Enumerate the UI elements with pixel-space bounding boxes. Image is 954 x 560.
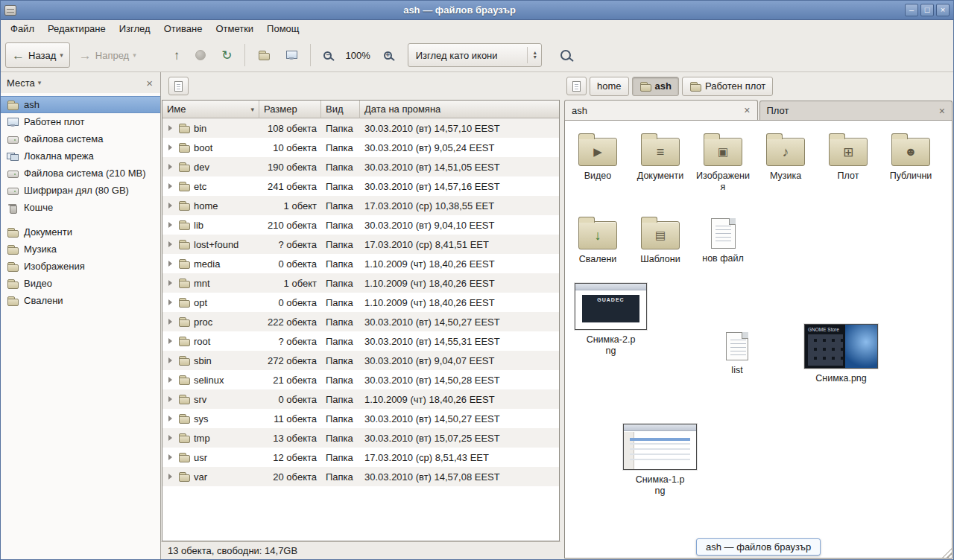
expander-icon[interactable] <box>168 261 172 267</box>
breadcrumb-home[interactable]: home <box>590 77 629 96</box>
up-button[interactable]: ↑ <box>167 42 187 68</box>
tab-close-icon[interactable]: × <box>937 106 947 116</box>
icon-view-item[interactable]: Публични <box>879 130 942 193</box>
tab-close-icon[interactable]: × <box>742 105 752 115</box>
location-toggle-button[interactable] <box>566 77 587 95</box>
window-tooltip: ash — файлов браузър <box>696 538 821 556</box>
icon-view-item[interactable]: нов файл <box>692 214 754 265</box>
minimize-button[interactable]: – <box>905 4 918 16</box>
file-list[interactable]: list <box>726 332 748 376</box>
menu-item[interactable]: Отметки <box>209 20 260 39</box>
expander-icon[interactable] <box>168 183 172 189</box>
icon-view-item[interactable]: Документи <box>629 130 692 193</box>
menu-item[interactable]: Файл <box>4 20 41 39</box>
table-row[interactable]: mnt 1 обект Папка 1.10.2009 (чт) 18,40,2… <box>162 273 559 293</box>
table-row[interactable]: sbin 272 обекта Папка 30.03.2010 (вт) 9,… <box>162 351 559 370</box>
expander-icon[interactable] <box>168 319 172 325</box>
sidebar-item[interactable]: Изображения <box>1 258 160 275</box>
table-row[interactable]: root ? обекта Папка 30.03.2010 (вт) 14,5… <box>162 331 559 351</box>
forward-button[interactable]: → Напред ▾ <box>72 42 143 68</box>
expander-icon[interactable] <box>168 396 172 402</box>
sidebar-item[interactable]: Шифриран дял (80 GB) <box>1 182 160 199</box>
sidebar-close-icon[interactable]: × <box>145 77 154 89</box>
icon-view-item[interactable]: Шаблони <box>629 214 692 265</box>
column-header-date[interactable]: Дата на промяна <box>360 101 559 118</box>
sidebar-item[interactable]: Файлова система (210 MB) <box>1 165 160 182</box>
sidebar-dropdown-icon[interactable]: ▾ <box>38 79 42 86</box>
expander-icon[interactable] <box>168 454 172 460</box>
maximize-button[interactable]: □ <box>920 4 934 16</box>
breadcrumb-desktop[interactable]: Работен плот <box>682 77 773 96</box>
expander-icon[interactable] <box>168 474 172 480</box>
breadcrumb-ash[interactable]: ash <box>632 77 679 96</box>
expander-icon[interactable] <box>168 338 172 344</box>
file-snimka1[interactable]: Снимка-1.png <box>623 424 697 497</box>
expander-icon[interactable] <box>168 241 172 247</box>
sidebar-item[interactable]: Документи <box>1 223 160 241</box>
location-toggle-button[interactable] <box>168 77 189 95</box>
sidebar-item[interactable]: Свалени <box>1 292 160 309</box>
file-snimka2[interactable]: GUADEC Снимка-2.png <box>575 283 647 357</box>
icon-view-item[interactable]: Плот <box>817 130 879 193</box>
computer-button[interactable] <box>279 42 304 68</box>
expander-icon[interactable] <box>168 125 172 131</box>
expander-icon[interactable] <box>168 164 172 170</box>
menu-item[interactable]: Отиване <box>157 20 209 39</box>
sidebar-item[interactable]: ash <box>1 96 160 113</box>
table-row[interactable]: bin 108 обекта Папка 30.03.2010 (вт) 14,… <box>162 118 559 138</box>
icon-view-item[interactable]: Видео <box>566 130 629 193</box>
table-row[interactable]: usr 12 обекта Папка 17.03.2010 (ср) 8,51… <box>162 448 559 467</box>
sidebar-item[interactable]: Локална мрежа <box>1 147 160 165</box>
table-row[interactable]: proc 222 обекта Папка 30.03.2010 (вт) 14… <box>162 312 559 331</box>
sidebar-item[interactable]: Файлова система <box>1 130 160 147</box>
tab-ash[interactable]: ash × <box>564 100 758 120</box>
sidebar-item[interactable]: Музика <box>1 241 160 258</box>
expander-icon[interactable] <box>168 357 172 363</box>
tab-plot[interactable]: Плот × <box>759 101 953 120</box>
table-row[interactable]: sys 11 обекта Папка 30.03.2010 (вт) 14,5… <box>162 409 559 428</box>
sidebar-item[interactable]: Видео <box>1 275 160 292</box>
expander-icon[interactable] <box>168 144 172 150</box>
sidebar-item[interactable]: Кошче <box>1 199 160 216</box>
expander-icon[interactable] <box>168 299 172 305</box>
zoom-in-button[interactable]: + <box>377 42 399 68</box>
stop-button[interactable] <box>189 42 212 68</box>
file-snimka[interactable]: GNOME Store Снимка.png <box>804 324 878 384</box>
home-button[interactable] <box>251 42 277 68</box>
close-button[interactable]: × <box>936 4 950 16</box>
table-row[interactable]: opt 0 обекта Папка 1.10.2009 (чт) 18,40,… <box>162 293 559 312</box>
table-row[interactable]: lib 210 обекта Папка 30.03.2010 (вт) 9,0… <box>162 215 559 235</box>
column-header-name[interactable]: Име ▾ <box>162 101 259 118</box>
sidebar-item[interactable]: Работен плот <box>1 113 160 130</box>
table-row[interactable]: srv 0 обекта Папка 1.10.2009 (чт) 18,40,… <box>162 389 559 409</box>
back-button[interactable]: ← Назад ▾ <box>5 42 70 68</box>
zoom-out-button[interactable]: − <box>317 42 338 68</box>
table-row[interactable]: home 1 обект Папка 17.03.2010 (ср) 10,38… <box>162 196 559 215</box>
expander-icon[interactable] <box>168 377 172 383</box>
table-row[interactable]: tmp 13 обекта Папка 30.03.2010 (вт) 15,0… <box>162 428 559 448</box>
icon-view-item[interactable]: Свалени <box>566 214 629 265</box>
menu-item[interactable]: Помощ <box>260 20 306 39</box>
icon-view-item[interactable]: Музика <box>754 130 817 193</box>
table-row[interactable]: var 20 обекта Папка 30.03.2010 (вт) 14,5… <box>162 467 559 486</box>
search-button[interactable] <box>554 42 578 68</box>
view-mode-select[interactable]: Изглед като икони ▴▾ <box>408 43 542 67</box>
table-row[interactable]: dev 190 обекта Папка 30.03.2010 (вт) 14,… <box>162 157 559 176</box>
expander-icon[interactable] <box>168 222 172 228</box>
menu-item[interactable]: Редактиране <box>41 20 113 39</box>
table-row[interactable]: selinux 21 обекта Папка 30.03.2010 (вт) … <box>162 370 559 389</box>
column-header-type[interactable]: Вид <box>321 101 360 118</box>
menu-item[interactable]: Изглед <box>113 20 157 39</box>
table-row[interactable]: lost+found ? обекта Папка 17.03.2010 (ср… <box>162 235 559 254</box>
table-row[interactable]: etc 241 обекта Папка 30.03.2010 (вт) 14,… <box>162 176 559 196</box>
column-header-size[interactable]: Размер <box>259 101 321 118</box>
icon-view-item[interactable]: Изображения <box>692 130 754 193</box>
table-row[interactable]: media 0 обекта Папка 1.10.2009 (чт) 18,4… <box>162 254 559 273</box>
sidebar-item-label: Работен плот <box>24 116 84 127</box>
expander-icon[interactable] <box>168 203 172 209</box>
expander-icon[interactable] <box>168 435 172 441</box>
expander-icon[interactable] <box>168 416 172 421</box>
expander-icon[interactable] <box>168 280 172 286</box>
table-row[interactable]: boot 10 обекта Папка 30.03.2010 (вт) 9,0… <box>162 138 559 157</box>
reload-button[interactable]: ↻ <box>215 42 238 68</box>
